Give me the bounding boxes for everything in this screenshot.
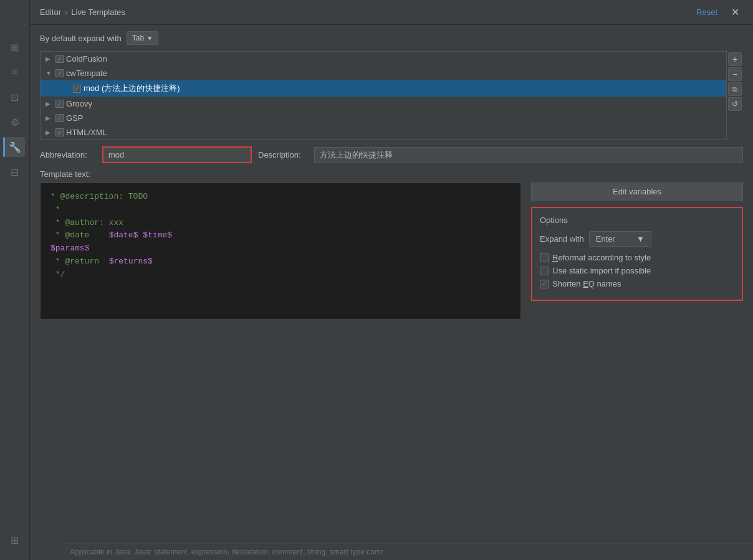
tree-item-cwtempate[interactable]: ▼ cwTempate bbox=[41, 66, 726, 80]
checkbox-reformat-label: Reformat according to style bbox=[552, 253, 651, 262]
tree-action-buttons: + − ⧉ ↺ bbox=[727, 51, 743, 140]
tree-item-html-xml[interactable]: ▶ HTML/XML bbox=[41, 125, 726, 140]
default-expand-value: Tab bbox=[132, 34, 144, 42]
options-box: Options Expand with Enter ▼ Reformat acc… bbox=[531, 207, 743, 301]
sidebar-icon-layers[interactable]: ⊞ bbox=[5, 37, 25, 57]
breadcrumb-current: Live Templates bbox=[71, 7, 125, 17]
top-bar: By default expand with Tab ▼ bbox=[30, 25, 753, 51]
options-panel: Edit variables Options Expand with Enter… bbox=[531, 183, 743, 320]
code-line-4: * @date $date$ $time$ bbox=[50, 229, 511, 242]
sidebar-icon-list[interactable]: ≡ bbox=[5, 62, 25, 82]
content-row: * @description: TODO * * @author: xxx * … bbox=[40, 183, 743, 320]
tree-item-mod[interactable]: mod (方法上边的快捷注释) bbox=[41, 80, 726, 97]
reset-template-button[interactable]: ↺ bbox=[728, 97, 742, 111]
form-row-abbreviation: Abbreviation: Description: bbox=[40, 146, 743, 163]
checkbox-gsp[interactable] bbox=[55, 114, 64, 122]
tree-toggle-html-xml: ▶ bbox=[46, 129, 53, 136]
checkbox-reformat[interactable] bbox=[540, 254, 549, 262]
checkbox-shorten-eq-label: Shorten EQ names bbox=[552, 279, 621, 288]
applicable-label: Applicable in Java: Java: statement, exp… bbox=[60, 543, 753, 560]
abbreviation-label: Abbreviation: bbox=[40, 150, 96, 159]
code-line-3: * @author: xxx bbox=[50, 217, 511, 230]
tree-toggle-coldfusion: ▶ bbox=[46, 55, 53, 62]
reset-button[interactable]: Reset bbox=[696, 7, 717, 17]
template-text-area: * @description: TODO * * @author: xxx * … bbox=[40, 183, 521, 320]
description-label: Description: bbox=[258, 150, 308, 159]
tree-toggle-cwtempate: ▼ bbox=[46, 70, 53, 77]
checkbox-row-shorten-eq: Shorten EQ names bbox=[540, 279, 734, 288]
tree-item-coldfusion[interactable]: ▶ ColdFusion bbox=[41, 52, 726, 66]
tree-item-label-mod: mod (方法上边的快捷注释) bbox=[84, 83, 180, 94]
tree-item-label-groovy: Groovy bbox=[66, 99, 92, 108]
checkbox-groovy[interactable] bbox=[55, 100, 64, 108]
sidebar-icon-info[interactable]: ⊞ bbox=[5, 530, 25, 550]
breadcrumb-parent: Editor bbox=[40, 7, 61, 17]
abbreviation-input[interactable] bbox=[102, 146, 252, 163]
main-dialog: Editor › Live Templates Reset ✕ By defau… bbox=[30, 0, 753, 560]
sidebar-icon-plugin[interactable]: ⊟ bbox=[5, 162, 25, 182]
checkbox-html-xml[interactable] bbox=[55, 128, 64, 136]
code-line-2: * bbox=[50, 204, 511, 217]
checkbox-row-static-import: Use static import if possible bbox=[540, 266, 734, 275]
tree-toggle-gsp: ▶ bbox=[46, 115, 53, 121]
sidebar-icon-tool[interactable]: 🔧 bbox=[5, 137, 25, 157]
breadcrumb: Editor › Live Templates bbox=[40, 7, 125, 17]
code-line-5: $params$ bbox=[50, 242, 511, 255]
bottom-area: Abbreviation: Description: Template text… bbox=[30, 140, 753, 560]
left-sidebar: ⊞ ≡ ⊡ ⚙ 🔧 ⊟ ⊞ bbox=[0, 0, 30, 560]
expand-with-dropdown[interactable]: Enter ▼ bbox=[589, 231, 651, 247]
checkbox-cwtempate[interactable] bbox=[55, 69, 64, 77]
tree-item-groovy[interactable]: ▶ Groovy bbox=[41, 97, 726, 111]
sidebar-icon-puzzle[interactable]: ⊡ bbox=[5, 87, 25, 107]
copy-template-button[interactable]: ⧉ bbox=[728, 82, 742, 96]
checkbox-shorten-eq[interactable] bbox=[540, 280, 549, 288]
expand-with-row: Expand with Enter ▼ bbox=[540, 231, 734, 247]
template-text-label: Template text: bbox=[40, 169, 743, 179]
options-title: Options bbox=[540, 216, 734, 225]
tree-toggle-groovy: ▶ bbox=[46, 100, 53, 107]
code-editor[interactable]: * @description: TODO * * @author: xxx * … bbox=[40, 183, 521, 320]
remove-template-button[interactable]: − bbox=[728, 67, 742, 81]
template-tree[interactable]: ▶ ColdFusion ▼ cwTempate mod (方法上边的快捷注释)… bbox=[40, 51, 727, 140]
tree-item-label-coldfusion: ColdFusion bbox=[66, 54, 107, 64]
breadcrumb-separator: › bbox=[65, 7, 67, 17]
add-template-button[interactable]: + bbox=[728, 52, 742, 66]
close-button[interactable]: ✕ bbox=[727, 5, 743, 19]
checkbox-coldfusion[interactable] bbox=[55, 55, 64, 63]
default-expand-dropdown[interactable]: Tab ▼ bbox=[127, 31, 158, 45]
checkbox-mod[interactable] bbox=[73, 85, 81, 93]
title-bar: Editor › Live Templates Reset ✕ bbox=[30, 0, 753, 25]
checkbox-static-import[interactable] bbox=[540, 267, 549, 275]
checkbox-row-reformat: Reformat according to style bbox=[540, 253, 734, 262]
tree-item-label-cwtempate: cwTempate bbox=[66, 69, 107, 78]
edit-variables-button[interactable]: Edit variables bbox=[531, 183, 743, 201]
sidebar-icon-wrench[interactable]: ⚙ bbox=[5, 112, 25, 132]
expand-with-label: Expand with bbox=[540, 234, 584, 244]
description-input[interactable] bbox=[314, 147, 743, 163]
code-line-1: * @description: TODO bbox=[50, 191, 511, 204]
tree-item-label-html-xml: HTML/XML bbox=[66, 128, 107, 137]
checkbox-static-import-label: Use static import if possible bbox=[552, 266, 651, 275]
tree-item-gsp[interactable]: ▶ GSP bbox=[41, 111, 726, 125]
expand-with-value: Enter bbox=[596, 234, 615, 244]
dropdown-arrow-icon: ▼ bbox=[146, 35, 153, 42]
code-line-6: * @return $returns$ bbox=[50, 255, 511, 268]
tree-item-label-gsp: GSP bbox=[66, 113, 83, 123]
expand-dropdown-arrow-icon: ▼ bbox=[636, 234, 645, 244]
default-expand-label: By default expand with bbox=[40, 34, 122, 43]
code-line-7: */ bbox=[50, 268, 511, 282]
tree-section: ▶ ColdFusion ▼ cwTempate mod (方法上边的快捷注释)… bbox=[40, 51, 743, 140]
